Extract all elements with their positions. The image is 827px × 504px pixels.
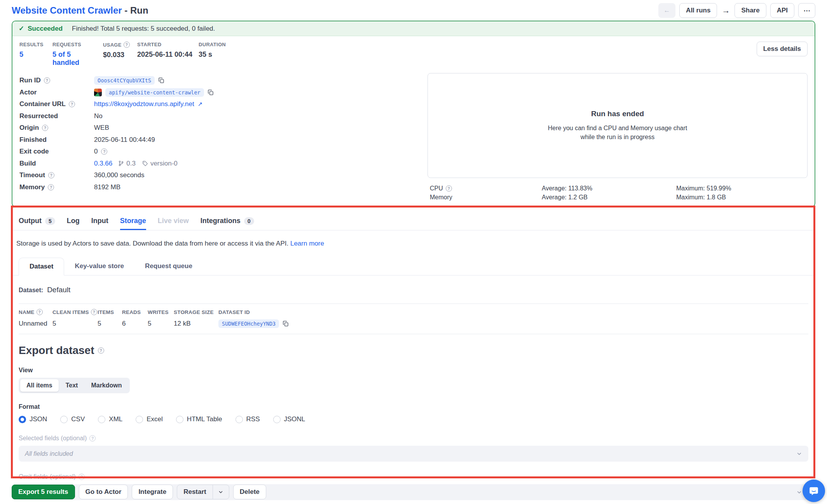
resurrected-label: Resurrected [19, 112, 94, 120]
restart-button[interactable]: Restart [177, 485, 213, 499]
learn-more-link[interactable]: Learn more [290, 240, 324, 247]
build-version-link[interactable]: 0.3.66 [94, 160, 112, 167]
view-option-all-items[interactable]: All items [20, 379, 59, 392]
subtab-request-queue[interactable]: Request queue [134, 258, 203, 275]
help-icon[interactable]: ? [91, 309, 97, 315]
help-icon[interactable]: ? [124, 42, 130, 48]
selected-fields-value: All fields included [25, 450, 73, 457]
tag-icon [142, 160, 148, 166]
more-actions-button[interactable]: ⋯ [798, 3, 815, 18]
output-count-badge: 5 [45, 217, 55, 225]
chat-widget-button[interactable] [803, 480, 825, 502]
api-button[interactable]: API [770, 3, 794, 18]
dataset-id-badge[interactable]: SUDWEFEOHcheyYND3 [218, 319, 279, 328]
help-icon[interactable]: ? [446, 185, 452, 192]
run-id-row: Run ID? Ooosc4tCYqubVXItS [19, 75, 424, 87]
dataset-table-header: NAME? CLEAN ITEMS? ITEMS READS WRITES ST… [19, 309, 808, 315]
usage-chart-panel: Run has ended Here you can find a CPU an… [424, 73, 808, 202]
format-option-xml[interactable]: XML [98, 415, 122, 423]
stat-duration-label: DURATION [199, 42, 245, 47]
origin-label: Origin [19, 124, 39, 132]
actor-name-badge[interactable]: apify/website-content-crawler [105, 88, 204, 97]
all-runs-button[interactable]: All runs [679, 3, 717, 18]
dataset-table-row: Unnamed 5 5 6 5 12 kB SUDWEFEOHcheyYND3 [19, 319, 808, 328]
build-label: Build [19, 160, 94, 167]
copy-icon[interactable] [158, 77, 164, 84]
run-id-value[interactable]: Ooosc4tCYqubVXItS [94, 76, 155, 85]
page-title-suffix: - Run [122, 5, 148, 16]
copy-icon[interactable] [208, 89, 214, 96]
top-navigation: ← All runs → Share API ⋯ [658, 3, 815, 18]
export-dataset-title: Export dataset [19, 344, 94, 357]
help-icon[interactable]: ? [42, 125, 48, 131]
actor-title-link[interactable]: Website Content Crawler [12, 5, 122, 16]
help-icon[interactable]: ? [79, 474, 85, 480]
format-option-csv[interactable]: CSV [60, 415, 85, 423]
git-branch-icon [118, 160, 124, 166]
stat-requests-value[interactable]: 5 of 5 handled [52, 51, 99, 67]
container-url-label: Container URL [19, 100, 66, 108]
radio-icon [98, 416, 105, 423]
integrate-button[interactable]: Integrate [132, 485, 173, 499]
stat-results-value[interactable]: 5 [19, 51, 49, 59]
tab-output[interactable]: Output5 [19, 217, 55, 230]
top-bar: Website Content Crawler - Run ← All runs… [0, 0, 827, 21]
timeout-value: 360,000 seconds [94, 171, 145, 179]
help-icon[interactable]: ? [101, 148, 107, 155]
help-icon[interactable]: ? [89, 435, 96, 441]
help-icon[interactable]: ? [48, 184, 54, 190]
build-tag: version-0 [150, 160, 178, 167]
chat-bubble-icon [808, 485, 820, 497]
ellipsis-icon: ⋯ [804, 7, 810, 15]
share-button[interactable]: Share [735, 3, 766, 18]
stat-requests-label: REQUESTS [52, 42, 99, 47]
help-icon[interactable]: ? [48, 172, 54, 178]
chevron-down-icon [796, 489, 802, 495]
help-icon[interactable]: ? [37, 309, 43, 315]
subtab-dataset[interactable]: Dataset [19, 258, 64, 276]
less-details-button[interactable]: Less details [757, 42, 808, 56]
tab-storage[interactable]: Storage [120, 217, 146, 230]
memory-value: 8192 MB [94, 183, 120, 191]
go-to-actor-button[interactable]: Go to Actor [79, 485, 128, 499]
format-option-json[interactable]: JSON [19, 415, 47, 423]
format-option-rss[interactable]: RSS [236, 415, 260, 423]
tab-input[interactable]: Input [91, 217, 108, 230]
restart-dropdown-button[interactable] [213, 485, 229, 499]
dataset-name[interactable]: Default [47, 286, 70, 294]
format-option-excel[interactable]: Excel [136, 415, 163, 423]
run-detail-page: Website Content Crawler - Run ← All runs… [0, 0, 827, 504]
radio-icon [236, 416, 243, 423]
selected-fields-select[interactable]: All fields included [19, 446, 808, 462]
view-option-text[interactable]: Text [59, 379, 84, 392]
run-tabs: Output5 Log Input Storage Live view Inte… [12, 207, 815, 230]
status-banner: ✓ Succeeded Finished! Total 5 requests: … [12, 21, 815, 36]
chart-placeholder-line2: while the run is in progress [548, 133, 687, 141]
format-option-html-table[interactable]: HTML Table [176, 415, 222, 423]
format-option-jsonl[interactable]: JSONL [273, 415, 305, 423]
origin-value: WEB [94, 124, 109, 132]
view-option-markdown[interactable]: Markdown [85, 379, 128, 392]
copy-icon[interactable] [283, 321, 289, 327]
cpu-label: CPU [430, 185, 443, 192]
help-icon[interactable]: ? [44, 77, 50, 84]
tab-log[interactable]: Log [67, 217, 80, 230]
previous-run-button[interactable]: ← [658, 3, 675, 18]
col-name: NAME [19, 309, 35, 315]
delete-button[interactable]: Delete [233, 485, 266, 499]
timeout-label: Timeout [19, 171, 45, 179]
container-url-link[interactable]: https://8koxjyodztow.runs.apify.net [94, 100, 194, 108]
exit-code-label: Exit code [19, 148, 94, 155]
cell-items: 5 [98, 320, 122, 328]
tab-integrations[interactable]: Integrations0 [201, 217, 254, 230]
status-message: Finished! Total 5 requests: 5 succeeded,… [72, 25, 215, 33]
export-results-button[interactable]: Export 5 results [12, 485, 75, 499]
usage-metrics: CPU? Average: 113.83% Maximum: 519.99% M… [427, 178, 808, 202]
format-radio-group: JSON CSV XML Excel HTML Table RSS JSONL [19, 415, 808, 423]
help-icon[interactable]: ? [98, 347, 104, 354]
help-icon[interactable]: ? [69, 101, 75, 107]
stat-results: RESULTS 5 [19, 42, 52, 59]
arrow-right-icon: → [722, 6, 730, 15]
subtab-key-value-store[interactable]: Key-value store [64, 258, 134, 275]
next-run-button[interactable]: → [721, 6, 731, 15]
